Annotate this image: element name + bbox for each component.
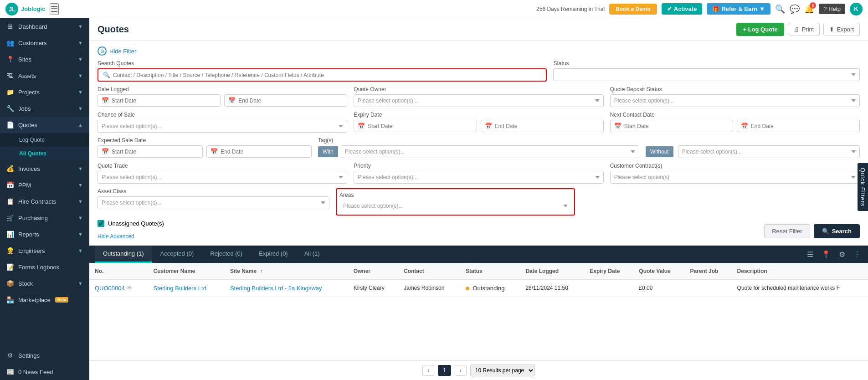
sidebar-item-marketplace[interactable]: 🏪 Marketplace Beta: [0, 292, 89, 308]
tags-with-button[interactable]: With: [318, 146, 338, 157]
col-quote-value: Quote Value: [633, 263, 684, 279]
col-no: No.: [89, 263, 148, 279]
sidebar-item-log-quote[interactable]: Log Quote: [0, 133, 89, 147]
cell-owner: Kirsty Cleary: [348, 279, 398, 297]
sidebar-item-ppm[interactable]: 📅 PPM ▼: [0, 177, 89, 193]
next-contact-date-range: 📅 📅: [610, 120, 860, 132]
asset-class-select[interactable]: Please select option(s)...: [98, 196, 329, 209]
sidebar-item-purchasing[interactable]: 🛒 Purchasing ▼: [0, 210, 89, 226]
hamburger-menu[interactable]: ☰: [50, 3, 59, 15]
search-button-filter[interactable]: 🔍 Search: [814, 224, 860, 238]
cell-quote-value: £0.00: [633, 279, 684, 297]
sidebar-item-hire-contracts[interactable]: 📋 Hire Contracts ▼: [0, 193, 89, 210]
sidebar-label-ppm: PPM: [18, 182, 31, 189]
more-options-button[interactable]: ⋮: [852, 248, 863, 261]
quote-deposit-status-select[interactable]: Please select option(s)...: [610, 94, 860, 107]
chance-of-sale-select[interactable]: Please select option(s)...: [98, 120, 347, 133]
log-quote-button[interactable]: + Log Quote: [736, 23, 784, 36]
customer-contracts-select[interactable]: Please select option(s): [610, 171, 860, 184]
sidebar-item-assets[interactable]: 🏗 Assets ▼: [0, 67, 89, 84]
sidebar-label-invoices: Invoices: [18, 165, 40, 172]
sidebar-label-reports: Reports: [18, 231, 39, 238]
tags-without-select[interactable]: Please select option(s)...: [678, 145, 860, 158]
quote-owner-select[interactable]: Please select option(s)...: [354, 94, 603, 107]
sidebar-item-engineers[interactable]: 👷 Engineers ▼: [0, 242, 89, 259]
quote-owner-label: Quote Owner: [354, 86, 603, 92]
tab-accepted[interactable]: Accepted (0): [152, 246, 202, 263]
priority-select[interactable]: Please select option(s)...: [354, 171, 603, 184]
map-view-button[interactable]: 📍: [820, 248, 832, 261]
tab-rejected[interactable]: Rejected (0): [202, 246, 251, 263]
sidebar-item-all-quotes[interactable]: All Quotes: [0, 147, 89, 160]
results-per-page-select[interactable]: 10 Results per page 25 Results per page …: [470, 365, 535, 376]
help-button[interactable]: ? Help: [819, 4, 845, 14]
status-text: Outstanding: [473, 285, 504, 292]
prev-page-button[interactable]: ‹: [422, 365, 434, 376]
avatar[interactable]: K: [850, 3, 863, 15]
status-group: Status: [553, 60, 860, 81]
search-quotes-input[interactable]: [113, 72, 541, 78]
eye-icon[interactable]: 👁: [126, 284, 133, 292]
hide-filter-row[interactable]: ⊝ Hide Filter: [98, 46, 860, 56]
expiry-date-end[interactable]: [495, 123, 600, 129]
print-button[interactable]: 🖨 Print: [788, 23, 820, 36]
sidebar-item-customers[interactable]: 👥 Customers ▼: [0, 35, 89, 51]
search-quotes-group: Search Quotes 🔍: [98, 60, 547, 82]
expected-sale-end[interactable]: [221, 149, 308, 155]
unassigned-quotes-checkbox[interactable]: [98, 220, 104, 227]
hide-advanced-link[interactable]: Hide Advanced: [98, 233, 164, 240]
quick-filters-tab[interactable]: Quick Filters: [858, 163, 868, 211]
areas-select[interactable]: Please select option(s)...: [339, 200, 571, 212]
book-demo-button[interactable]: Book a Demo: [609, 4, 657, 15]
expiry-date-start[interactable]: [368, 123, 473, 129]
help-icon: ?: [823, 5, 827, 12]
sidebar-item-reports[interactable]: 📊 Reports ▼: [0, 226, 89, 242]
activate-button[interactable]: ✔ Activate: [662, 3, 703, 15]
customers-chevron-icon: ▼: [78, 40, 83, 46]
logo[interactable]: JL Joblogic: [5, 3, 45, 15]
expiry-date-group: Expiry Date 📅 📅: [354, 112, 603, 132]
chat-button[interactable]: 💬: [790, 4, 800, 14]
quote-number-link[interactable]: QUO00004: [95, 285, 125, 292]
tags-select[interactable]: Please select option(s)...: [341, 145, 639, 158]
tags-without-button[interactable]: Without: [646, 146, 673, 157]
tab-expired[interactable]: Expired (0): [251, 246, 296, 263]
reset-filter-button[interactable]: Reset Filter: [764, 224, 810, 238]
sidebar-item-dashboard[interactable]: ⊞ Dashboard ▼: [0, 18, 89, 35]
sidebar-label-sites: Sites: [18, 56, 31, 63]
date-logged-start[interactable]: [112, 98, 216, 104]
quote-trade-select[interactable]: Please select option(s)...: [98, 171, 347, 184]
status-select[interactable]: [553, 68, 860, 81]
search-button[interactable]: 🔍: [775, 4, 785, 14]
settings-columns-button[interactable]: ⚙: [837, 248, 847, 261]
hire-contracts-icon: 📋: [6, 198, 14, 205]
expected-sale-start[interactable]: [112, 149, 199, 155]
page-1-button[interactable]: 1: [438, 365, 451, 376]
refer-earn-button[interactable]: 🎁 Refer & Earn ▼: [707, 3, 770, 15]
sidebar-item-settings[interactable]: ⚙ Settings: [0, 347, 89, 364]
sidebar-item-jobs[interactable]: 🔧 Jobs ▼: [0, 100, 89, 117]
sidebar-item-stock[interactable]: 📦 Stock ▼: [0, 275, 89, 292]
next-page-button[interactable]: ›: [455, 365, 467, 376]
next-contact-end[interactable]: [751, 123, 856, 129]
expiry-date-range: 📅 📅: [354, 120, 603, 132]
table-body: QUO00004 👁 Sterling Builders Ltd Sterlin…: [89, 279, 868, 297]
notifications-button[interactable]: 🔔 5: [804, 4, 814, 14]
sidebar-item-invoices[interactable]: 💰 Invoices ▼: [0, 160, 89, 177]
sidebar-item-news-feed[interactable]: 📰 0 News Feed: [0, 364, 89, 380]
sidebar-item-projects[interactable]: 📁 Projects ▼: [0, 84, 89, 100]
expiry-date-label: Expiry Date: [354, 112, 603, 118]
customer-name-link[interactable]: Sterling Builders Ltd: [154, 285, 206, 292]
table-view-button[interactable]: ☰: [805, 248, 815, 261]
sidebar-item-sites[interactable]: 📍 Sites ▼: [0, 51, 89, 67]
next-contact-start[interactable]: [624, 123, 729, 129]
stock-chevron-icon: ▼: [78, 281, 83, 286]
unassigned-quotes-row: Unassigned Quote(s): [98, 220, 164, 227]
sidebar-item-quotes[interactable]: 📄 Quotes ▲: [0, 117, 89, 133]
export-button[interactable]: ⬆ Export: [823, 23, 860, 36]
tab-outstanding[interactable]: Outstanding (1): [95, 246, 152, 263]
date-logged-end[interactable]: [238, 98, 343, 104]
site-name-link[interactable]: Sterling Builders Ltd - 2a Kingsway: [230, 285, 322, 292]
tab-all[interactable]: All (1): [296, 246, 328, 263]
sidebar-item-forms-logbook[interactable]: 📝 Forms Logbook: [0, 259, 89, 275]
